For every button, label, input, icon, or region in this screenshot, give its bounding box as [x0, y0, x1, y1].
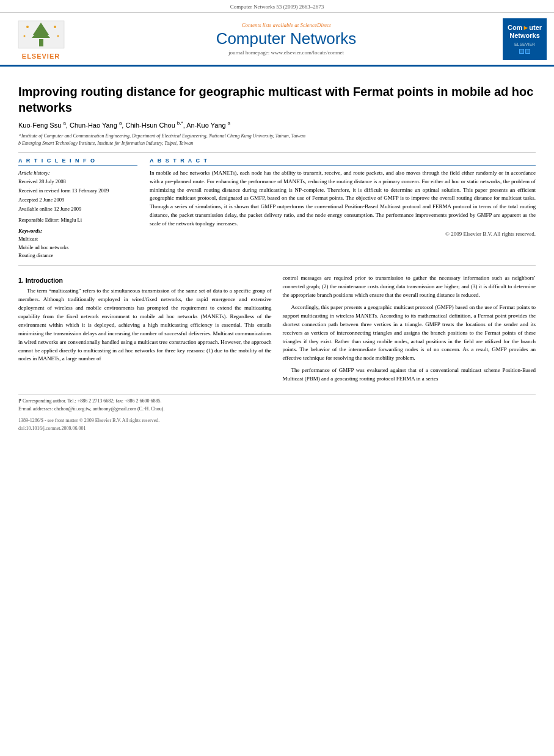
cn-box-line1: Com►uter	[508, 24, 542, 32]
svg-point-4	[26, 26, 29, 28]
copyright-line: © 2009 Elsevier B.V. All rights reserved…	[150, 231, 536, 237]
science-direct-link: Contents lists available at ScienceDirec…	[81, 22, 492, 28]
science-direct-name: ScienceDirect	[300, 22, 330, 28]
journal-homepage: journal homepage: www.elsevier.com/locat…	[81, 49, 492, 56]
elsevier-tree-icon	[15, 18, 67, 51]
svg-point-5	[54, 26, 56, 28]
svg-point-6	[23, 35, 25, 37]
abstract-text: In mobile ad hoc networks (MANETs), each…	[150, 169, 536, 229]
elsevier-logo-section: ELSEVIER	[7, 18, 75, 60]
section1-heading: 1. Introduction	[18, 277, 272, 284]
intro-para2: control messages are required prior to t…	[283, 274, 536, 300]
top-bar: Computer Networks 53 (2009) 2663–2673	[0, 0, 554, 13]
footer-note: ⁋ Corresponding author. Tel.: +886 2 271…	[18, 394, 536, 432]
responsible-editor: Responsible Editor: Minglu Li	[18, 216, 137, 224]
revised-date: Received in revised form 13 February 200…	[18, 187, 137, 195]
main-col-left: 1. Introduction The term “multicasting” …	[18, 274, 272, 387]
history-label: Article history:	[18, 169, 137, 177]
journal-citation: Computer Networks 53 (2009) 2663–2673	[230, 4, 324, 10]
main-content: 1. Introduction The term “multicasting” …	[18, 274, 536, 387]
cn-logo-box: Com►uter Networks ELSEVIER	[503, 18, 547, 60]
intro-para3: Accordingly, this paper presents a geogr…	[283, 303, 536, 363]
keyword-routing: Routing distance	[18, 252, 137, 260]
journal-logo-right: Com►uter Networks ELSEVIER	[498, 18, 547, 60]
keyword-manet: Mobile ad hoc networks	[18, 244, 137, 252]
cn-box-elsevier: ELSEVIER	[514, 42, 535, 46]
cn-box-line2: Networks	[509, 32, 540, 40]
main-col-right: control messages are required prior to t…	[283, 274, 536, 387]
affiliation-a: ᵃ Institute of Computer and Communicatio…	[18, 133, 536, 140]
affiliation-b: b Emerging Smart Technology Institute, I…	[18, 140, 536, 147]
journal-header-center: Contents lists available at ScienceDirec…	[81, 22, 492, 56]
svg-rect-1	[39, 39, 43, 46]
info-abstract-section: A R T I C L E I N F O Article history: R…	[18, 158, 536, 260]
authors-text: Kuo-Feng Ssu a, Chun-Hao Yang a, Chih-Hs…	[18, 122, 230, 129]
accepted-date: Accepted 2 June 2009	[18, 196, 137, 204]
available-date: Available online 12 June 2009	[18, 205, 137, 213]
affiliations: ᵃ Institute of Computer and Communicatio…	[18, 133, 536, 147]
journal-header: ELSEVIER Contents lists available at Sci…	[0, 13, 554, 67]
email-note: E-mail addresses: chchou@iii.org.tw, ant…	[18, 405, 536, 413]
abstract-panel: A B S T R A C T In mobile ad hoc network…	[150, 158, 536, 260]
received-date: Received 28 July 2008	[18, 178, 137, 186]
footer-license: 1389-1286/$ - see front matter © 2009 El…	[18, 417, 536, 433]
intro-para4: The performance of GMFP was evaluated ag…	[283, 366, 536, 383]
article-title: Improving routing distance for geographi…	[18, 84, 536, 115]
divider-2	[18, 265, 536, 266]
article-info-panel: A R T I C L E I N F O Article history: R…	[18, 158, 137, 260]
elsevier-text: ELSEVIER	[22, 53, 60, 60]
svg-point-7	[57, 35, 59, 37]
authors-line: Kuo-Feng Ssu a, Chun-Hao Yang a, Chih-Hs…	[18, 120, 536, 129]
divider-1	[18, 152, 536, 153]
article-info-title: A R T I C L E I N F O	[18, 158, 137, 165]
article-body: Improving routing distance for geographi…	[0, 67, 554, 438]
abstract-title: A B S T R A C T	[150, 158, 536, 165]
keyword-multicast: Multicast	[18, 235, 137, 244]
intro-para1: The term “multicasting” refers to the si…	[18, 287, 272, 363]
journal-title: Computer Networks	[81, 29, 492, 48]
corresponding-author-note: ⁋ Corresponding author. Tel.: +886 2 271…	[18, 398, 536, 405]
keywords-title: Keywords:	[18, 228, 137, 234]
